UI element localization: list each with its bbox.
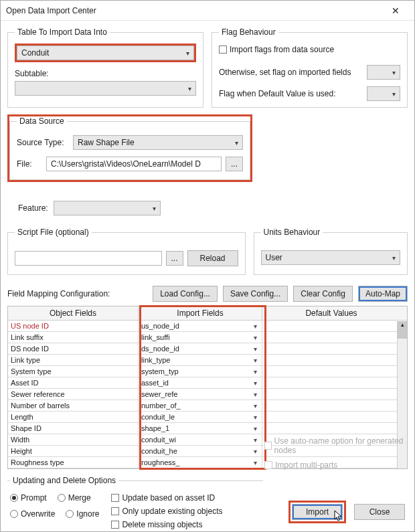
cell-object: Roughness type <box>8 457 139 468</box>
radio-ignore[interactable]: Ignore <box>66 509 99 519</box>
header-import-fields[interactable]: Import Fields <box>139 306 262 320</box>
chevron-down-icon: ▾ <box>252 334 259 341</box>
script-file-input[interactable] <box>15 251 162 266</box>
cell-import[interactable]: link_type▾ <box>139 355 262 365</box>
cell-object: US node ID <box>8 321 139 331</box>
table-row[interactable]: Lengthconduit_le▾ <box>8 412 407 423</box>
save-config-button[interactable]: Save Config... <box>223 286 288 302</box>
cell-import[interactable]: us_node_id▾ <box>139 321 262 331</box>
cell-import[interactable]: roughness_▾ <box>139 457 262 468</box>
table-row[interactable]: Link typelink_type▾ <box>8 355 407 366</box>
check-only-existing[interactable]: Only update existing objects <box>111 507 222 516</box>
chevron-down-icon: ▾ <box>186 50 189 57</box>
header-object-fields[interactable]: Object Fields <box>8 306 139 320</box>
table-row[interactable]: Sewer referencesewer_refe▾ <box>8 389 407 400</box>
subtable-select[interactable]: ▾ <box>15 81 196 96</box>
check-delete-missing[interactable]: Delete missing objects <box>111 520 222 529</box>
units-select[interactable]: User ▾ <box>261 250 400 265</box>
chevron-down-icon: ▾ <box>252 414 259 421</box>
cell-import[interactable]: ds_node_id▾ <box>139 343 262 354</box>
cell-default[interactable] <box>262 389 407 400</box>
cell-object: Sewer reference <box>8 389 139 400</box>
cell-default[interactable] <box>262 343 407 354</box>
chevron-down-icon: ▾ <box>235 139 238 147</box>
browse-file-button[interactable]: ... <box>226 157 243 171</box>
table-row[interactable]: System typesystem_typ▾ <box>8 366 407 377</box>
cell-import[interactable]: conduit_he▾ <box>139 446 262 456</box>
table-row[interactable]: Asset IDasset_id▾ <box>8 377 407 389</box>
cell-default[interactable] <box>262 377 407 388</box>
label-file: File: <box>17 159 42 169</box>
cell-import[interactable]: link_suffi▾ <box>139 332 262 343</box>
chevron-down-icon: ▾ <box>252 323 259 330</box>
auto-map-button[interactable]: Auto-Map <box>358 286 408 302</box>
cell-import[interactable]: asset_id▾ <box>139 377 262 388</box>
legend-data-source: Data Source <box>17 116 67 126</box>
cell-import[interactable]: sewer_refe▾ <box>139 389 262 400</box>
table-row[interactable]: Shape IDshape_1▾ <box>8 423 407 434</box>
label-mapping: Field Mapping Configuration: <box>7 289 147 298</box>
import-button[interactable]: Import <box>292 504 343 520</box>
cell-import[interactable]: shape_1▾ <box>139 423 262 434</box>
legend-update: Updating and Delete Options <box>10 476 118 485</box>
cell-import[interactable]: system_typ▾ <box>139 366 262 377</box>
browse-script-button[interactable]: ... <box>166 251 183 266</box>
chevron-down-icon: ▾ <box>392 254 396 262</box>
table-select[interactable]: Conduit ▾ <box>17 46 194 60</box>
chevron-down-icon: ▾ <box>252 368 259 375</box>
cell-object: Width <box>8 434 139 445</box>
chevron-down-icon: ▾ <box>188 85 191 92</box>
group-data-source: Data Source Source Type: Raw Shape File … <box>9 116 250 180</box>
chevron-down-icon: ▾ <box>252 459 259 466</box>
label-otherwise: Otherwise, set flag on imported fields <box>219 68 363 77</box>
cell-default[interactable] <box>262 423 407 434</box>
cell-default[interactable] <box>262 355 407 365</box>
cell-import[interactable]: conduit_le▾ <box>139 412 262 422</box>
load-config-button[interactable]: Load Config... <box>153 286 218 302</box>
cell-default[interactable] <box>262 366 407 377</box>
flag-default-select[interactable]: ▾ <box>367 86 400 101</box>
chevron-down-icon: ▾ <box>252 345 259 353</box>
cell-import[interactable]: conduit_wi▾ <box>139 434 262 445</box>
radio-prompt[interactable]: Prompt <box>10 493 47 503</box>
group-table-to-import: Table To Import Data Into Conduit ▾ Subt… <box>7 27 203 108</box>
feature-select[interactable]: ▾ <box>54 201 161 215</box>
label-when-default: Flag when Default Value is used: <box>219 89 363 98</box>
table-row[interactable]: Number of barrelsnumber_of_▾ <box>8 400 407 412</box>
chevron-down-icon: ▾ <box>252 425 259 432</box>
cell-default[interactable] <box>262 332 407 343</box>
chevron-down-icon: ▾ <box>252 448 259 455</box>
cell-object: DS node ID <box>8 343 139 354</box>
header-default-values[interactable]: Default Values <box>262 306 407 320</box>
table-row[interactable]: US node IDus_node_id▾ <box>8 321 407 332</box>
radio-overwrite[interactable]: Overwrite <box>10 509 55 519</box>
clear-config-button[interactable]: Clear Config <box>293 286 353 302</box>
group-flag-behaviour: Flag Behaviour Import flags from data so… <box>212 27 408 108</box>
check-import-flags[interactable]: Import flags from data source <box>219 45 334 54</box>
close-icon[interactable]: ✕ <box>382 1 409 21</box>
table-row[interactable]: DS node IDds_node_id▾ <box>8 343 407 355</box>
import-center-window: Open Data Import Center ✕ Table To Impor… <box>0 0 415 532</box>
cell-import[interactable]: number_of_▾ <box>139 400 262 411</box>
close-button[interactable]: Close <box>354 504 405 520</box>
chevron-down-icon: ▾ <box>252 436 259 444</box>
file-input[interactable]: C:\Users\grista\Videos\OneLearn\Model D <box>46 157 222 171</box>
legend-table-to-import: Table To Import Data Into <box>15 27 110 37</box>
check-multi-parts: Import multi-parts <box>264 460 337 470</box>
legend-script: Script File (optional) <box>15 228 92 237</box>
cell-object: Link suffix <box>8 332 139 343</box>
cell-default[interactable] <box>262 321 407 331</box>
titlebar: Open Data Import Center ✕ <box>1 1 414 21</box>
check-auto-name: Use auto-name option for generated nodes <box>264 436 405 455</box>
cell-object: Asset ID <box>8 377 139 388</box>
cell-default[interactable] <box>262 412 407 422</box>
source-type-select[interactable]: Raw Shape File ▾ <box>73 135 243 150</box>
check-asset-id[interactable]: Update based on asset ID <box>111 493 222 503</box>
group-update-options: Updating and Delete Options Prompt Merge… <box>7 476 263 532</box>
reload-button[interactable]: Reload <box>187 250 238 266</box>
cell-default[interactable] <box>262 400 407 411</box>
subtable-label: Subtable: <box>15 69 196 78</box>
radio-merge[interactable]: Merge <box>58 493 91 503</box>
flag-otherwise-select[interactable]: ▾ <box>367 65 400 80</box>
table-row[interactable]: Link suffixlink_suffi▾ <box>8 332 407 343</box>
